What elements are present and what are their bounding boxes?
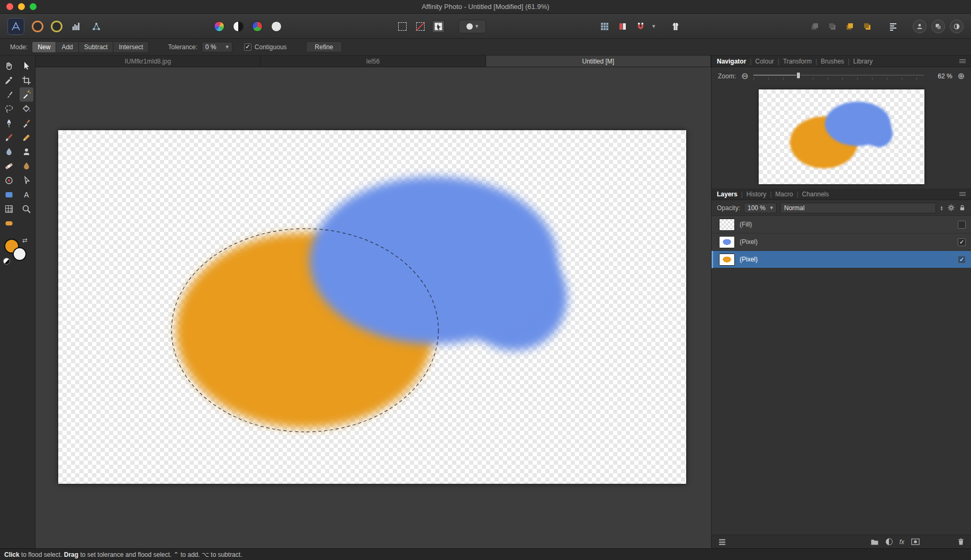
liquify-persona-icon[interactable] xyxy=(51,21,62,32)
blend-stepper-icon[interactable]: ▲▼ xyxy=(940,205,943,211)
tab-library[interactable]: Library xyxy=(853,58,873,65)
auto-colours-icon[interactable] xyxy=(214,21,224,32)
gradient-icon[interactable] xyxy=(950,20,964,33)
tolerance-dropdown[interactable]: 0 % ▾ xyxy=(202,42,232,52)
freehand-selection-tool[interactable] xyxy=(2,102,16,116)
layer-thumbnail[interactable] xyxy=(719,254,735,266)
main-toolbar: ▾ ▾ xyxy=(0,14,971,39)
swatches-icon[interactable] xyxy=(931,20,945,33)
panel-menu-icon[interactable] xyxy=(959,192,966,196)
smudge-tool[interactable] xyxy=(20,159,33,173)
flood-select-tool[interactable] xyxy=(20,87,33,102)
mode-intersect-button[interactable]: Intersect xyxy=(113,42,148,52)
layer-row-fill[interactable]: (Fill) xyxy=(712,216,971,233)
tab-navigator[interactable]: Navigator xyxy=(717,58,746,65)
tab-brushes[interactable]: Brushes xyxy=(821,58,844,65)
background-colour-swatch[interactable] xyxy=(13,247,26,261)
deselect-icon[interactable] xyxy=(414,20,427,33)
vector-brush-tool[interactable] xyxy=(20,116,33,130)
clone-brush-tool[interactable] xyxy=(20,144,33,159)
move-tool[interactable] xyxy=(20,59,33,73)
layer-visibility-checkbox[interactable]: ✓ xyxy=(958,238,966,246)
layer-row-pixel-blue[interactable]: (Pixel) ✓ xyxy=(712,233,971,251)
new-layer-group-icon[interactable] xyxy=(870,538,879,546)
paint-brush-tool[interactable] xyxy=(2,130,16,144)
tab-layers[interactable]: Layers xyxy=(717,191,738,198)
artistic-text-tool[interactable]: A xyxy=(20,187,33,202)
opacity-dropdown[interactable]: 100 % ▾ xyxy=(744,203,777,213)
select-all-icon[interactable] xyxy=(396,20,409,33)
layer-thumbnail[interactable] xyxy=(719,219,735,231)
contiguous-label: Contiguous xyxy=(255,43,287,51)
show-grid-icon[interactable] xyxy=(598,20,611,33)
tab-colour[interactable]: Colour xyxy=(755,58,774,65)
view-tool[interactable] xyxy=(2,59,16,73)
colour-picker-tool[interactable] xyxy=(2,73,16,87)
sponge-tool[interactable] xyxy=(2,216,16,230)
swap-colours-icon[interactable]: ⇄ xyxy=(22,237,28,244)
layer-stack-icon[interactable] xyxy=(718,538,726,546)
zoom-out-icon[interactable]: ⊖ xyxy=(741,72,748,80)
tab-history[interactable]: History xyxy=(747,191,766,198)
document-view[interactable] xyxy=(58,130,686,484)
document-tab-3-active[interactable]: Untitled [M] xyxy=(486,56,711,67)
rectangle-tool[interactable] xyxy=(2,187,16,202)
contiguous-checkbox[interactable]: ✓ xyxy=(244,43,251,51)
canvas-area[interactable] xyxy=(35,67,711,548)
layer-visibility-checkbox[interactable]: ✓ xyxy=(958,256,966,264)
mode-new-button[interactable]: New xyxy=(32,42,56,52)
zoom-slider[interactable] xyxy=(753,71,923,82)
layer-row-pixel-orange-selected[interactable]: (Pixel) ✓ xyxy=(712,251,971,268)
reset-colours-icon[interactable] xyxy=(3,258,10,265)
pixel-tool[interactable] xyxy=(20,130,33,144)
blend-mode-dropdown[interactable]: Normal xyxy=(780,203,936,213)
auto-contrast-icon[interactable] xyxy=(233,21,244,32)
panel-menu-icon[interactable] xyxy=(959,59,966,63)
move-forward-icon[interactable] xyxy=(843,20,856,33)
pen-tool[interactable] xyxy=(2,116,16,130)
flood-fill-tool[interactable] xyxy=(20,102,33,116)
mode-subtract-button[interactable]: Subtract xyxy=(79,42,114,52)
navigator-preview[interactable] xyxy=(759,89,924,184)
assistant-options-button[interactable]: ▾ xyxy=(458,20,486,33)
auto-white-balance-icon[interactable] xyxy=(271,21,282,32)
blur-tool[interactable] xyxy=(2,144,16,159)
layer-effects-icon[interactable]: fx xyxy=(900,538,904,546)
adjustment-icon[interactable] xyxy=(886,538,893,545)
mode-add-button[interactable]: Add xyxy=(56,42,78,52)
alignment-icon[interactable] xyxy=(887,20,900,33)
delete-layer-icon[interactable] xyxy=(957,538,965,546)
toggle-quick-mask-icon[interactable] xyxy=(432,20,445,33)
refine-button[interactable]: Refine xyxy=(306,41,343,52)
tone-mapping-persona-icon[interactable] xyxy=(70,20,83,33)
show-guides-icon[interactable] xyxy=(616,20,629,33)
colour-sync-icon[interactable] xyxy=(913,20,927,33)
mesh-warp-tool[interactable] xyxy=(2,202,16,216)
mask-icon[interactable] xyxy=(911,538,920,545)
assistant-icon[interactable] xyxy=(669,20,682,33)
blend-options-gear-icon[interactable] xyxy=(947,204,955,212)
document-tab-2[interactable]: lel56 xyxy=(260,56,485,67)
healing-brush-tool[interactable] xyxy=(2,159,16,173)
snapping-magnet-icon[interactable] xyxy=(634,20,647,33)
photo-persona-icon[interactable] xyxy=(32,21,43,32)
crop-tool[interactable] xyxy=(20,73,33,87)
node-tool[interactable] xyxy=(20,173,33,187)
move-backward-icon[interactable] xyxy=(861,20,874,33)
tab-transform[interactable]: Transform xyxy=(783,58,812,65)
lock-layer-icon[interactable] xyxy=(959,204,966,212)
zoom-slider-thumb[interactable] xyxy=(796,72,801,79)
selection-brush-tool[interactable] xyxy=(2,87,16,102)
layer-visibility-checkbox[interactable] xyxy=(958,221,966,229)
titlebar: Affinity Photo - Untitled [Modified] (61… xyxy=(0,0,971,14)
document-tab-1[interactable]: IUMfkr1mld8.jpg xyxy=(35,56,260,67)
tab-channels[interactable]: Channels xyxy=(802,191,829,198)
snapping-options-chevron-icon[interactable]: ▾ xyxy=(652,23,655,29)
zoom-tool[interactable] xyxy=(20,202,33,216)
zoom-in-icon[interactable]: ⊕ xyxy=(958,72,965,80)
export-persona-icon[interactable] xyxy=(90,20,103,33)
auto-levels-icon[interactable] xyxy=(252,21,263,32)
red-eye-tool[interactable] xyxy=(2,173,16,187)
tab-macro[interactable]: Macro xyxy=(775,191,793,198)
layer-thumbnail[interactable] xyxy=(719,236,735,248)
